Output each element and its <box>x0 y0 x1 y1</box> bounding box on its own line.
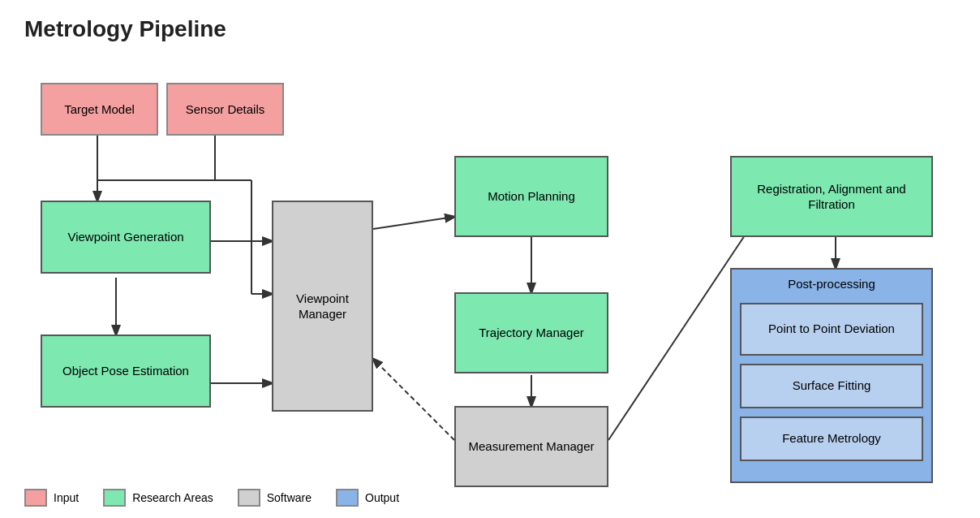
legend-research-label: Research Areas <box>132 491 213 504</box>
diagram: Target Model Sensor Details Viewpoint Ge… <box>24 58 956 481</box>
surface-fitting-box: Surface Fitting <box>740 364 923 408</box>
legend-software: Software <box>238 489 312 507</box>
registration-box: Registration, Alignment and Filtration <box>730 156 933 237</box>
svg-line-12 <box>373 359 454 440</box>
target-model-box: Target Model <box>41 83 158 136</box>
post-processing-label: Post-processing <box>732 270 931 299</box>
legend-output: Output <box>336 489 399 507</box>
sensor-details-box: Sensor Details <box>166 83 284 136</box>
legend-input: Input <box>24 489 79 507</box>
measurement-manager-box: Measurement Manager <box>454 406 608 487</box>
feature-metrology-box: Feature Metrology <box>740 417 923 461</box>
svg-line-9 <box>373 217 454 229</box>
legend-research-box <box>103 489 126 507</box>
legend-software-box <box>238 489 260 507</box>
page-title: Metrology Pipeline <box>24 16 956 42</box>
viewpoint-manager-box: Viewpoint Manager <box>272 201 373 412</box>
trajectory-manager-box: Trajectory Manager <box>454 292 608 373</box>
viewpoint-generation-box: Viewpoint Generation <box>41 201 211 274</box>
legend-input-label: Input <box>54 491 79 504</box>
motion-planning-box: Motion Planning <box>454 156 608 237</box>
legend-output-box <box>336 489 359 507</box>
point-to-point-box: Point to Point Deviation <box>740 303 923 356</box>
object-pose-estimation-box: Object Pose Estimation <box>41 335 211 408</box>
legend-output-label: Output <box>365 491 399 504</box>
post-processing-box: Post-processing Point to Point Deviation… <box>730 268 933 483</box>
legend: Input Research Areas Software Output <box>24 489 956 507</box>
legend-input-box <box>24 489 47 507</box>
legend-software-label: Software <box>267 491 312 504</box>
legend-research: Research Areas <box>103 489 213 507</box>
